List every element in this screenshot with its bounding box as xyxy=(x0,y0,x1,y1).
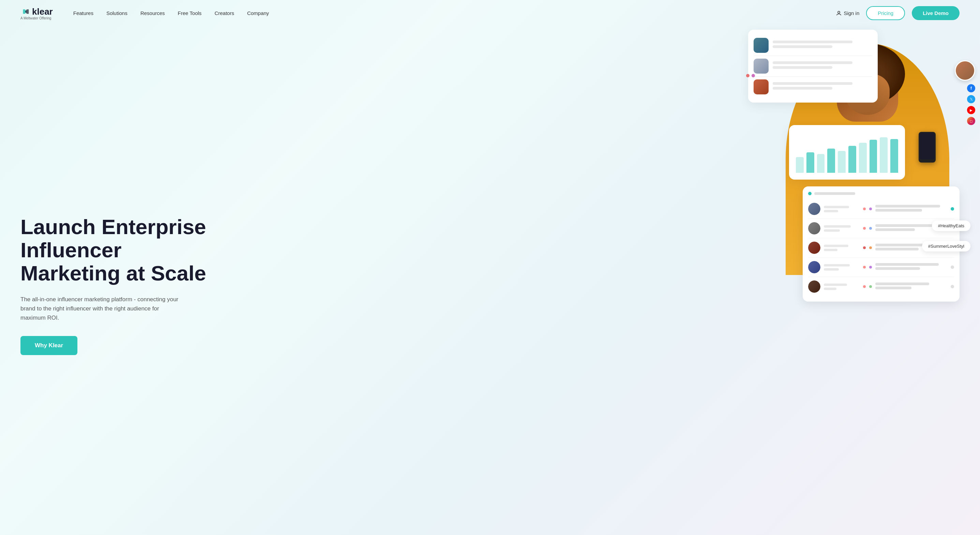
instagram-icon: ◻ xyxy=(967,117,975,125)
bar-7 xyxy=(859,143,867,173)
list-status-dot-1 xyxy=(951,207,954,211)
hero-visual: f 𝕏 ▶ ◻ xyxy=(392,19,980,524)
logo-tagline: A Meltwater Offering xyxy=(21,16,53,20)
list-dot-3 xyxy=(863,227,866,230)
list-dot-8 xyxy=(869,266,872,268)
list-status-dot-5 xyxy=(951,285,954,288)
floating-dots xyxy=(746,74,755,77)
bar-4 xyxy=(827,149,835,173)
influencer-avatar-3 xyxy=(754,79,768,94)
list-dot-10 xyxy=(869,285,872,288)
nav-creators[interactable]: Creators xyxy=(215,10,234,16)
card-chart xyxy=(789,125,905,179)
list-header xyxy=(808,192,954,195)
nav-features[interactable]: Features xyxy=(73,10,94,16)
nav-links: Features Solutions Resources Free Tools … xyxy=(73,10,837,16)
sign-in-link[interactable]: Sign in xyxy=(836,10,859,16)
list-row-2 xyxy=(808,219,954,238)
bar-5 xyxy=(838,151,846,173)
list-header-line xyxy=(814,192,855,195)
dot-pink xyxy=(746,74,749,77)
list-dot-6 xyxy=(869,246,872,249)
list-dot-5 xyxy=(863,246,866,249)
bar-6 xyxy=(848,146,856,173)
influencer-avatar-1 xyxy=(754,38,768,53)
list-avatar-1 xyxy=(808,203,821,215)
list-status-dot-4 xyxy=(951,265,954,269)
logo-icon xyxy=(21,7,30,16)
list-avatar-5 xyxy=(808,281,821,293)
list-row-4 xyxy=(808,258,954,277)
list-dot-7 xyxy=(863,266,866,268)
pricing-button[interactable]: Pricing xyxy=(866,6,905,20)
dot-purple xyxy=(751,74,755,77)
social-icons-group: f 𝕏 ▶ ◻ xyxy=(967,84,975,125)
nav-resources[interactable]: Resources xyxy=(140,10,165,16)
card-influencers xyxy=(748,30,878,103)
user-icon xyxy=(836,11,842,16)
nav-actions: Sign in Pricing Live Demo xyxy=(836,6,959,20)
hero-content: Launch Enterprise Influencer Marketing a… xyxy=(21,215,212,355)
tag-healthyeats: #HealthyEats xyxy=(932,221,970,231)
card-profile-avatar xyxy=(955,60,975,81)
hero-subtitle: The all-in-one influencer marketing plat… xyxy=(21,295,184,323)
influencer-row-2 xyxy=(754,56,872,77)
list-avatar-3 xyxy=(808,241,821,254)
list-dot-4 xyxy=(869,227,872,230)
logo-text: klear xyxy=(21,6,53,17)
list-row-5 xyxy=(808,277,954,296)
influencer-avatar-2 xyxy=(754,59,768,74)
bar-10 xyxy=(890,139,898,173)
logo[interactable]: klear A Meltwater Offering xyxy=(21,6,53,20)
bar-1 xyxy=(796,157,804,173)
person-phone xyxy=(919,132,935,162)
list-dot-9 xyxy=(863,285,866,288)
list-avatar-2 xyxy=(808,222,821,235)
bar-8 xyxy=(870,140,877,173)
hero-section: Launch Enterprise Influencer Marketing a… xyxy=(0,26,980,530)
nav-company[interactable]: Company xyxy=(247,10,269,16)
nav-solutions[interactable]: Solutions xyxy=(107,10,127,16)
bar-2 xyxy=(807,152,814,173)
list-row-1 xyxy=(808,199,954,219)
bar-9 xyxy=(880,137,888,173)
list-dot-1 xyxy=(863,208,866,210)
influencer-row-1 xyxy=(754,35,872,56)
influencer-row-3 xyxy=(754,77,872,97)
hero-title: Launch Enterprise Influencer Marketing a… xyxy=(21,215,212,285)
list-dot-2 xyxy=(869,208,872,210)
list-avatar-4 xyxy=(808,261,821,273)
twitter-icon: 𝕏 xyxy=(967,95,975,103)
tag-summerlove: #SummerLoveStyl xyxy=(922,241,970,251)
live-demo-button[interactable]: Live Demo xyxy=(912,6,959,20)
nav-free-tools[interactable]: Free Tools xyxy=(178,10,202,16)
svg-point-0 xyxy=(838,11,840,13)
bar-3 xyxy=(817,154,825,173)
youtube-icon: ▶ xyxy=(967,106,975,114)
facebook-icon: f xyxy=(967,84,975,92)
list-header-dot xyxy=(808,192,811,195)
chart-bars xyxy=(796,132,898,173)
navbar: klear A Meltwater Offering Features Solu… xyxy=(0,0,980,26)
why-klear-button[interactable]: Why Klear xyxy=(21,336,77,355)
